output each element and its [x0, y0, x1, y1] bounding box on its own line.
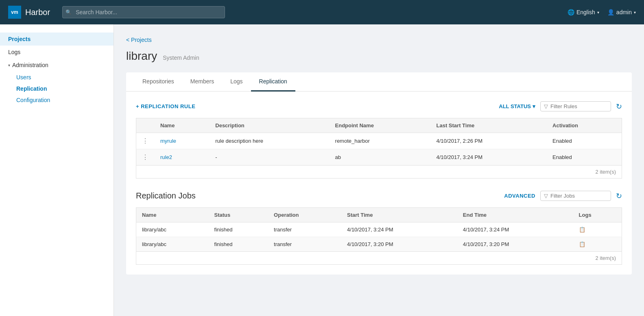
language-selector[interactable]: 🌐 English ▾ [568, 9, 599, 15]
refresh-rules-button[interactable]: ↻ [616, 102, 622, 111]
rule-endpoint-0: remote_harbor [330, 133, 431, 149]
row-action-0[interactable]: ⋮ [136, 133, 155, 149]
table-row: library/abc finished transfer 4/10/2017,… [136, 222, 622, 237]
col-last-start: Last Start Time [431, 118, 547, 133]
rule-description-0: rule description here [210, 133, 329, 149]
jobs-col-logs: Logs [573, 208, 622, 222]
job-logs-1[interactable]: 📋 [573, 237, 622, 252]
jobs-col-status: Status [209, 208, 269, 222]
rule-description-1: - [210, 149, 329, 166]
col-description: Description [210, 118, 329, 133]
job-name-1: library/abc [136, 237, 209, 252]
replication-rules-table: Name Description Endpoint Name Last Star… [136, 118, 622, 166]
user-menu[interactable]: 👤 admin ▾ [607, 9, 636, 15]
sidebar-sub-configuration[interactable]: Configuration [0, 94, 114, 106]
filter-rules-wrapper[interactable]: ▽ [540, 101, 611, 111]
navbar-right: 🌐 English ▾ 👤 admin ▾ [568, 9, 636, 15]
page-header: library System Admin [126, 50, 632, 63]
table-row: ⋮ rule2 - ab 4/10/2017, 3:24 PM Enabled [136, 149, 622, 166]
search-input[interactable] [62, 6, 225, 18]
all-status-label: ALL STATUS [499, 103, 531, 109]
advanced-button[interactable]: ADVANCED [504, 193, 535, 199]
filter-rules-input[interactable] [550, 103, 607, 109]
replication-jobs-section-header: Replication Jobs ADVANCED ▽ ↻ [136, 191, 622, 201]
main-content: < Projects library System Admin Reposito… [114, 24, 644, 316]
tab-bar: Repositories Members Logs Replication [126, 72, 632, 92]
toolbar-right: ALL STATUS ▾ ▽ ↻ [499, 101, 622, 111]
language-label: English [576, 9, 595, 15]
content-card: Repositories Members Logs Replication + … [126, 72, 632, 275]
rule-name-0: myrule [155, 133, 210, 149]
status-chevron-icon: ▾ [533, 103, 535, 109]
tab-members[interactable]: Members [182, 72, 222, 92]
administration-label: Administration [12, 62, 48, 68]
job-status-1: finished [209, 237, 269, 252]
filter-jobs-wrapper[interactable]: ▽ [540, 191, 611, 201]
job-status-0: finished [209, 222, 269, 237]
rule-endpoint-1: ab [330, 149, 431, 166]
row-action-1[interactable]: ⋮ [136, 149, 155, 166]
jobs-col-operation: Operation [268, 208, 341, 222]
sidebar-item-projects[interactable]: Projects [0, 33, 114, 46]
jobs-col-start-time: Start Time [341, 208, 457, 222]
filter-rules-icon: ▽ [544, 103, 548, 109]
refresh-jobs-button[interactable]: ↻ [616, 192, 622, 200]
tab-repositories[interactable]: Repositories [134, 72, 182, 92]
col-endpoint: Endpoint Name [330, 118, 431, 133]
job-end-time-0: 4/10/2017, 3:24 PM [457, 222, 573, 237]
col-name: Name [155, 118, 210, 133]
filter-jobs-icon: ▽ [544, 193, 548, 199]
globe-icon: 🌐 [568, 9, 574, 15]
tab-replication[interactable]: Replication [251, 72, 295, 92]
replication-rules-toolbar: + REPLICATION RULE ALL STATUS ▾ ▽ ↻ [136, 101, 622, 111]
page-subtitle: System Admin [163, 54, 199, 61]
job-start-time-0: 4/10/2017, 3:24 PM [341, 222, 457, 237]
table-row: ⋮ myrule rule description here remote_ha… [136, 133, 622, 149]
user-icon: 👤 [607, 9, 614, 15]
rule-last-start-0: 4/10/2017, 2:26 PM [431, 133, 547, 149]
tab-replication-content: + REPLICATION RULE ALL STATUS ▾ ▽ ↻ [126, 92, 632, 275]
sidebar-sub-users[interactable]: Users [0, 72, 114, 83]
admin-arrow-icon: ▾ [8, 63, 10, 68]
vm-logo: vm [8, 6, 21, 19]
filter-jobs-input[interactable] [550, 193, 607, 199]
job-name-0: library/abc [136, 222, 209, 237]
brand-name: Harbor [25, 8, 50, 17]
job-logs-0[interactable]: 📋 [573, 222, 622, 237]
job-operation-0: transfer [268, 222, 341, 237]
navbar: vm Harbor 🌐 English ▾ 👤 admin ▾ [0, 0, 644, 24]
tab-logs[interactable]: Logs [222, 72, 251, 92]
rule-name-1: rule2 [155, 149, 210, 166]
user-chevron-icon: ▾ [634, 10, 636, 15]
jobs-item-count: 2 item(s) [136, 252, 622, 265]
layout: Projects Logs ▾ Administration Users Rep… [0, 24, 644, 316]
sidebar-section-administration[interactable]: ▾ Administration [0, 59, 114, 72]
col-activation: Activation [547, 118, 622, 133]
rule-activation-0: Enabled [547, 133, 622, 149]
add-replication-rule-button[interactable]: + REPLICATION RULE [136, 103, 195, 109]
job-start-time-1: 4/10/2017, 3:20 PM [341, 237, 457, 252]
page-title: library [126, 50, 157, 63]
navbar-search[interactable] [62, 6, 225, 18]
col-action [136, 118, 155, 133]
lang-chevron-icon: ▾ [597, 10, 599, 15]
all-status-filter[interactable]: ALL STATUS ▾ [499, 103, 535, 109]
user-label: admin [616, 9, 632, 15]
jobs-col-end-time: End Time [457, 208, 573, 222]
table-row: library/abc finished transfer 4/10/2017,… [136, 237, 622, 252]
rule-activation-1: Enabled [547, 149, 622, 166]
sidebar: Projects Logs ▾ Administration Users Rep… [0, 24, 114, 316]
breadcrumb[interactable]: < Projects [126, 37, 632, 43]
jobs-col-name: Name [136, 208, 209, 222]
job-end-time-1: 4/10/2017, 3:20 PM [457, 237, 573, 252]
rule-last-start-1: 4/10/2017, 3:24 PM [431, 149, 547, 166]
sidebar-item-logs[interactable]: Logs [0, 46, 114, 59]
sidebar-sub-replication[interactable]: Replication [0, 83, 114, 94]
brand[interactable]: vm Harbor [8, 6, 50, 19]
job-operation-1: transfer [268, 237, 341, 252]
replication-jobs-table: Name Status Operation Start Time End Tim… [136, 207, 622, 252]
replication-jobs-title: Replication Jobs [136, 191, 196, 200]
rules-item-count: 2 item(s) [136, 166, 622, 179]
